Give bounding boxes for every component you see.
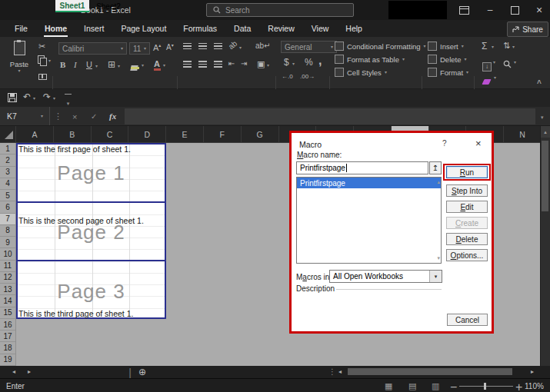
column-header-D[interactable]: D (128, 126, 166, 142)
sort-filter-dropdown[interactable]: ▾ (512, 45, 515, 49)
orientation-dropdown[interactable]: ▾ (239, 45, 242, 50)
column-header-G[interactable]: G (242, 126, 279, 142)
tab-formulas[interactable]: Formulas (175, 21, 225, 37)
zoom-slider[interactable] (459, 386, 513, 387)
new-sheet-icon[interactable]: ⊕ (138, 367, 146, 377)
delete-button[interactable]: Delete (446, 233, 488, 245)
column-header-C[interactable]: C (92, 126, 129, 142)
run-button[interactable]: Run (446, 166, 488, 178)
currency-dropdown[interactable]: ▾ (292, 61, 295, 66)
save-icon[interactable] (8, 93, 17, 102)
minimize-button[interactable]: – (478, 0, 502, 20)
row-header-10[interactable]: 10 (0, 248, 15, 260)
autosum-dropdown[interactable]: ▾ (492, 45, 494, 49)
currency-button[interactable]: $ (284, 57, 289, 68)
column-header-B[interactable]: B (54, 126, 92, 142)
cell-a15-text[interactable]: This is the third page of sheet 1. (18, 309, 133, 318)
vertical-scroll-thumb[interactable] (542, 141, 548, 211)
row-header-7[interactable]: 7 (0, 214, 15, 225)
align-middle-icon[interactable] (198, 43, 207, 50)
row-header-1[interactable]: 1 (0, 143, 15, 154)
macro-list[interactable]: Printfirstpage ▴ ▾ (296, 177, 442, 264)
align-left-icon[interactable] (183, 61, 192, 68)
edit-button[interactable]: Edit (446, 201, 488, 213)
row-header-12[interactable]: 12 (0, 272, 15, 284)
align-center-icon[interactable] (198, 61, 207, 68)
sort-filter-icon[interactable]: ⇅ (503, 41, 510, 51)
decrease-decimal-button[interactable]: .00→ (300, 73, 315, 80)
share-button[interactable]: Share (507, 22, 548, 37)
insert-function-icon[interactable]: fx (109, 111, 116, 121)
cell-styles-button[interactable]: Cell Styles▾ (335, 68, 387, 77)
cancel-button[interactable]: Cancel (447, 314, 488, 326)
paste-button[interactable]: Paste ▾ (6, 41, 32, 73)
italic-button[interactable]: I (74, 60, 77, 69)
search-box[interactable]: Search (206, 3, 354, 17)
collapse-ribbon-icon[interactable]: ^ (537, 79, 542, 88)
list-scroll-down-icon[interactable]: ▾ (437, 255, 440, 261)
dialog-close-icon[interactable]: × (475, 138, 482, 149)
tabbar-drag-dots[interactable]: ⋮ (328, 367, 336, 376)
macro-list-selected-item[interactable]: Printfirstpage (297, 178, 441, 188)
zoom-in-icon[interactable]: + (515, 380, 522, 392)
tab-view[interactable]: View (303, 21, 338, 37)
macros-in-dropdown-icon[interactable]: ▾ (429, 271, 442, 282)
row-header-11[interactable]: 11 (0, 261, 15, 272)
wrap-text-icon[interactable]: ab↵ (255, 42, 271, 50)
fill-color-icon[interactable]: ▾ (131, 60, 138, 74)
align-top-icon[interactable] (183, 43, 192, 50)
row-header-2[interactable]: 2 (0, 154, 15, 166)
ribbon-display-options-icon[interactable] (452, 0, 475, 20)
row-header-9[interactable]: 9 (0, 237, 15, 248)
row-header-5[interactable]: 5 (0, 190, 15, 201)
shrink-font-button[interactable]: A▾ (166, 42, 174, 51)
row-header-18[interactable]: 18 (0, 342, 15, 354)
select-all-corner[interactable] (0, 126, 16, 142)
align-bottom-icon[interactable] (214, 43, 222, 50)
prev-sheet-icon[interactable]: ◂ (12, 368, 15, 375)
list-scroll-up-icon[interactable]: ▴ (437, 179, 440, 185)
name-box[interactable]: K7 ▾ (0, 107, 50, 125)
tab-data[interactable]: Data (225, 21, 259, 37)
number-format-combo[interactable]: General▾ (281, 41, 337, 53)
zoom-percentage[interactable]: 110% (525, 382, 544, 390)
row-header-4[interactable]: 4 (0, 178, 15, 190)
undo-dropdown[interactable]: ▾ (33, 96, 35, 101)
comma-style-button[interactable]: , (318, 54, 322, 68)
increase-decimal-button[interactable]: ←.0 (282, 73, 293, 80)
cells-delete-button[interactable]: Delete▾ (428, 55, 466, 64)
row-header-17[interactable]: 17 (0, 331, 15, 342)
row-header-16[interactable]: 16 (0, 319, 15, 331)
row-header-14[interactable]: 14 (0, 295, 15, 307)
merge-dropdown[interactable]: ▾ (267, 63, 269, 68)
cells-insert-button[interactable]: Insert▾ (428, 42, 464, 51)
merge-center-icon[interactable]: ▣ (257, 59, 265, 69)
tab-home[interactable]: Home (36, 21, 75, 37)
tab-review[interactable]: Review (259, 21, 302, 37)
horizontal-scroll-thumb[interactable] (348, 368, 512, 375)
grow-font-button[interactable]: A▴ (153, 42, 161, 52)
fill-down-icon[interactable]: ↓ ▾ (482, 58, 492, 71)
redo-icon[interactable]: ↷ (43, 91, 51, 102)
font-name-combo[interactable]: Calibri▾ (58, 42, 127, 55)
bold-button[interactable]: B (60, 60, 65, 69)
row-header-13[interactable]: 13 (0, 284, 15, 295)
maximize-button[interactable] (503, 0, 526, 20)
scroll-up-icon[interactable]: ▴ (541, 126, 550, 138)
undo-icon[interactable]: ↶ (23, 91, 31, 102)
column-header-A[interactable]: A (16, 126, 54, 142)
tab-page-layout[interactable]: Page Layout (112, 21, 175, 37)
row-header-6[interactable]: 6 (0, 201, 15, 213)
cells-format-button[interactable]: Format▾ (428, 68, 468, 77)
find-select-icon[interactable]: ▾ (503, 58, 512, 71)
namebox-drag-dots[interactable]: ⋮ (54, 111, 62, 121)
step-into-button[interactable]: Step Into (446, 184, 488, 197)
underline-dropdown[interactable]: ▾ (95, 64, 98, 68)
decrease-indent-icon[interactable]: ⇤ (228, 59, 235, 68)
row-header-3[interactable]: 3 (0, 167, 15, 178)
tab-help[interactable]: Help (337, 21, 371, 37)
page-layout-view-icon[interactable]: ▤ (408, 381, 416, 391)
sheet-tab-sheet2[interactable]: Sheet2 (91, 0, 126, 12)
clear-eraser-icon[interactable]: ▾ (483, 74, 490, 88)
column-header-E[interactable]: E (166, 126, 204, 142)
